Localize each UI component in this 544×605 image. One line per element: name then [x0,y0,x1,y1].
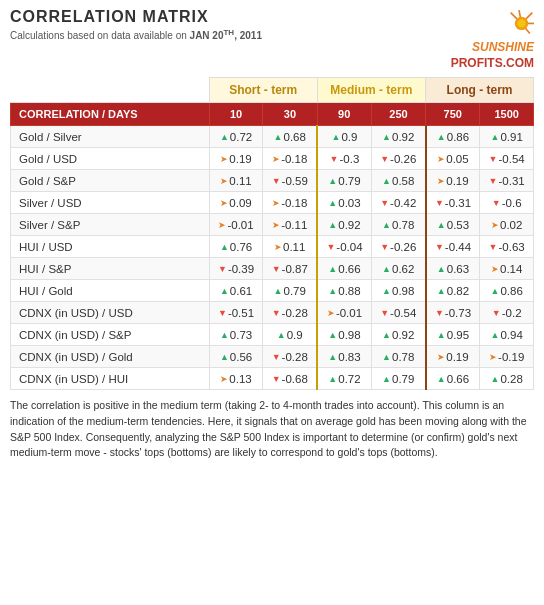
data-cell: ▼-0.73 [426,302,480,324]
data-cell: ➤0.02 [480,214,534,236]
data-cell: ▼-0.28 [263,302,317,324]
data-cell: ➤0.19 [209,148,263,170]
data-cell: ▼-0.04 [317,236,371,258]
row-label: Gold / USD [11,148,210,170]
table-row: CDNX (in USD) / USD▼-0.51▼-0.28➤-0.01▼-0… [11,302,534,324]
data-cell: ▼-0.2 [480,302,534,324]
row-label: Gold / Silver [11,126,210,148]
data-cell: ➤0.05 [426,148,480,170]
data-cell: ▲0.53 [426,214,480,236]
data-cell: ➤0.09 [209,192,263,214]
footer-text: The correlation is positive in the mediu… [10,398,534,461]
col-1500: 1500 [480,103,534,126]
data-cell: ▼-0.28 [263,346,317,368]
table-row: Silver / S&P➤-0.01➤-0.11▲0.92▲0.78▲0.53➤… [11,214,534,236]
table-row: HUI / USD▲0.76➤0.11▼-0.04▼-0.26▼-0.44▼-0… [11,236,534,258]
data-cell: ▲0.92 [371,126,425,148]
data-cell: ▲0.68 [263,126,317,148]
data-cell: ▼-0.87 [263,258,317,280]
correlation-table: Short - term Medium - term Long - term C… [10,77,534,390]
data-cell: ▲0.03 [317,192,371,214]
data-cell: ▲0.79 [263,280,317,302]
data-cell: ▲0.79 [371,368,425,390]
data-cell: ➤-0.01 [317,302,371,324]
data-cell: ▲0.98 [317,324,371,346]
title-block: CORRELATION MATRIX Calculations based on… [10,8,262,41]
data-cell: ➤-0.11 [263,214,317,236]
table-row: Gold / S&P➤0.11▼-0.59▲0.79▲0.58➤0.19▼-0.… [11,170,534,192]
data-cell: ▲0.63 [426,258,480,280]
data-cell: ➤0.14 [480,258,534,280]
data-cell: ▲0.86 [426,126,480,148]
table-row: Gold / Silver▲0.72▲0.68▲0.9▲0.92▲0.86▲0.… [11,126,534,148]
header-row: CORRELATION MATRIX Calculations based on… [10,8,534,71]
data-cell: ▲0.72 [209,126,263,148]
col-30: 30 [263,103,317,126]
data-cell: ▲0.91 [480,126,534,148]
data-cell: ▼-0.54 [371,302,425,324]
row-label: Gold / S&P [11,170,210,192]
data-cell: ▲0.66 [317,258,371,280]
long-term-header: Long - term [426,78,534,103]
data-cell: ▲0.95 [426,324,480,346]
table-row: Silver / USD➤0.09➤-0.18▲0.03▼-0.42▼-0.31… [11,192,534,214]
data-cell: ▲0.9 [263,324,317,346]
data-cell: ▲0.88 [317,280,371,302]
data-cell: ➤0.11 [209,170,263,192]
col-10: 10 [209,103,263,126]
data-cell: ➤-0.18 [263,148,317,170]
data-cell: ▼-0.26 [371,236,425,258]
data-cell: ▲0.98 [371,280,425,302]
data-cell: ▲0.58 [371,170,425,192]
data-cell: ▲0.62 [371,258,425,280]
col-90: 90 [317,103,371,126]
data-cell: ▲0.66 [426,368,480,390]
table-row: HUI / S&P▼-0.39▼-0.87▲0.66▲0.62▲0.63➤0.1… [11,258,534,280]
row-label: CDNX (in USD) / Gold [11,346,210,368]
row-label: HUI / Gold [11,280,210,302]
table-row: CDNX (in USD) / HUI➤0.13▼-0.68▲0.72▲0.79… [11,368,534,390]
row-label: HUI / USD [11,236,210,258]
data-cell: ▲0.92 [371,324,425,346]
table-row: CDNX (in USD) / Gold▲0.56▼-0.28▲0.83▲0.7… [11,346,534,368]
data-cell: ▲0.56 [209,346,263,368]
row-label: Silver / S&P [11,214,210,236]
data-cell: ▼-0.68 [263,368,317,390]
data-cell: ▲0.28 [480,368,534,390]
data-cell: ➤0.13 [209,368,263,390]
data-cell: ▲0.9 [317,126,371,148]
column-header-row: CORRELATION / DAYS 10 30 90 250 750 1500 [11,103,534,126]
table-row: HUI / Gold▲0.61▲0.79▲0.88▲0.98▲0.82▲0.86 [11,280,534,302]
data-cell: ➤-0.01 [209,214,263,236]
short-term-header: Short - term [209,78,317,103]
data-cell: ▲0.82 [426,280,480,302]
data-cell: ➤-0.19 [480,346,534,368]
data-cell: ▲0.73 [209,324,263,346]
data-cell: ▼-0.42 [371,192,425,214]
data-cell: ▼-0.54 [480,148,534,170]
row-label: CDNX (in USD) / S&P [11,324,210,346]
table-row: CDNX (in USD) / S&P▲0.73▲0.9▲0.98▲0.92▲0… [11,324,534,346]
table-row: Gold / USD➤0.19➤-0.18▼-0.3▼-0.26➤0.05▼-0… [11,148,534,170]
medium-term-header: Medium - term [317,78,426,103]
subtitle: Calculations based on data available on … [10,28,262,41]
data-cell: ▼-0.44 [426,236,480,258]
data-cell: ▼-0.31 [480,170,534,192]
data-cell: ▲0.76 [209,236,263,258]
data-cell: ➤0.11 [263,236,317,258]
data-cell: ▼-0.3 [317,148,371,170]
svg-point-6 [517,19,525,27]
data-cell: ▼-0.26 [371,148,425,170]
main-title: CORRELATION MATRIX [10,8,262,26]
data-cell: ▲0.61 [209,280,263,302]
row-label: HUI / S&P [11,258,210,280]
data-cell: ▼-0.59 [263,170,317,192]
row-label: CDNX (in USD) / HUI [11,368,210,390]
sun-icon [484,8,534,38]
period-header-row: Short - term Medium - term Long - term [11,78,534,103]
data-cell: ▼-0.6 [480,192,534,214]
data-cell: ▲0.86 [480,280,534,302]
data-cell: ▲0.83 [317,346,371,368]
data-cell: ▲0.78 [371,346,425,368]
row-label: Silver / USD [11,192,210,214]
